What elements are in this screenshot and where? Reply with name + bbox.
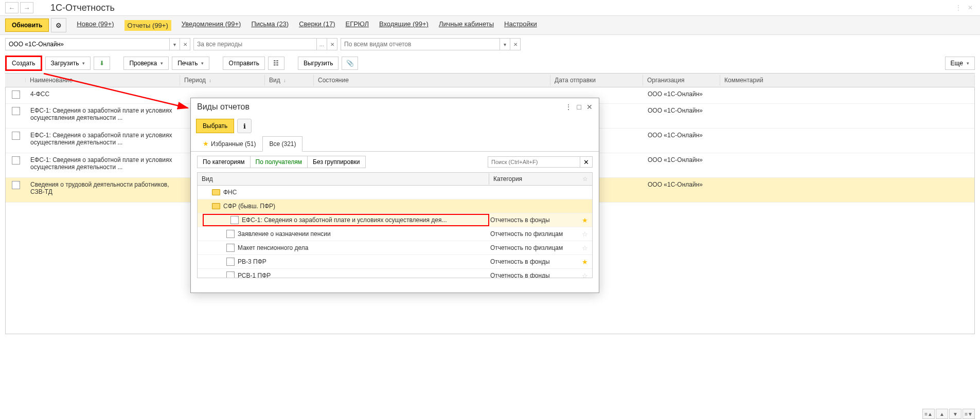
- period-pick-icon[interactable]: …: [317, 38, 327, 50]
- tree-col-type[interactable]: Вид: [198, 173, 489, 185]
- no-grouping[interactable]: Без группировки: [308, 156, 365, 168]
- collapse-icon[interactable]: ⊖: [202, 204, 212, 209]
- period-input[interactable]: [193, 38, 317, 50]
- nav-forward-button[interactable]: →: [20, 2, 33, 13]
- star-icon[interactable]: ☆: [582, 230, 588, 238]
- cell-name: ЕФС-1: Сведения о заработной плате и усл…: [26, 107, 181, 121]
- group-by-category[interactable]: По категориям: [197, 156, 251, 168]
- scroll-up-icon[interactable]: ▲: [936, 409, 948, 419]
- scroll-bottom-icon[interactable]: ≡▼: [963, 409, 975, 419]
- dialog-header: Виды отчетов ⋮ □ ✕: [191, 98, 599, 116]
- load-button[interactable]: Загрузить: [45, 57, 91, 70]
- org-dropdown-icon[interactable]: ▾: [170, 38, 180, 50]
- tree-label: РСВ-1 ПФР: [238, 272, 490, 278]
- maximize-icon[interactable]: □: [577, 103, 581, 111]
- group-by-recipient[interactable]: По получателям: [251, 156, 308, 168]
- col-org[interactable]: Организация: [643, 75, 720, 86]
- col-state[interactable]: Состояние: [314, 75, 550, 86]
- send-button[interactable]: Отправить: [223, 57, 265, 70]
- search-clear-icon[interactable]: ✕: [580, 156, 593, 168]
- scroll-top-icon[interactable]: ≡▲: [922, 409, 935, 419]
- print-button[interactable]: Печать: [172, 57, 209, 70]
- tab-egrul[interactable]: ЕГРЮЛ: [345, 20, 368, 31]
- export-button[interactable]: Выгрузить: [298, 57, 339, 70]
- period-clear-icon[interactable]: ✕: [327, 38, 337, 50]
- cell-org: ООО «1С-Онлайн»: [644, 132, 721, 139]
- type-input[interactable]: [341, 38, 500, 50]
- import-icon[interactable]: ⬇: [94, 57, 110, 70]
- refresh-button[interactable]: Обновить: [5, 19, 49, 32]
- tab-settings[interactable]: Настройки: [504, 20, 537, 31]
- list-icon[interactable]: ☷: [268, 57, 284, 70]
- folder-icon: [212, 189, 220, 195]
- sort-icon: ↓: [283, 78, 286, 83]
- tab-letters[interactable]: Письма (23): [251, 20, 289, 31]
- tree-category: Отчетность в фонды: [490, 216, 550, 224]
- tree-folder[interactable]: ⊖ СФР (бывш. ПФР): [198, 199, 592, 213]
- cell-org: ООО «1С-Онлайн»: [644, 181, 721, 188]
- document-icon: [12, 107, 20, 115]
- nav-back-button[interactable]: ←: [5, 2, 19, 13]
- close-icon[interactable]: ✕: [966, 3, 975, 12]
- tree-item[interactable]: РСВ-1 ПФР Отчетность в фонды☆: [198, 269, 592, 278]
- col-type[interactable]: Вид↓: [265, 75, 314, 86]
- tab-new[interactable]: Новое (99+): [77, 20, 114, 31]
- actions-toolbar: Создать Загрузить ⬇ Проверка Печать Отпр…: [0, 53, 980, 73]
- star-icon[interactable]: ☆: [582, 244, 588, 252]
- col-period[interactable]: Период↓: [180, 75, 265, 86]
- col-name[interactable]: Наименование: [26, 75, 180, 86]
- type-dropdown-icon[interactable]: ▾: [500, 38, 510, 50]
- search-input[interactable]: [488, 156, 580, 168]
- star-icon[interactable]: ☆: [582, 272, 588, 279]
- create-button[interactable]: Создать: [5, 56, 42, 71]
- dialog-title: Виды отчетов: [197, 102, 250, 112]
- sort-icon: ↓: [209, 78, 211, 83]
- type-clear-icon[interactable]: ✕: [510, 38, 521, 50]
- tree-folder[interactable]: ⊕ ФНС: [198, 186, 592, 199]
- tab-notifications[interactable]: Уведомления (99+): [182, 20, 241, 31]
- tree-item[interactable]: Макет пенсионного дела Отчетность по физ…: [198, 241, 592, 255]
- tab-all[interactable]: Все (321): [262, 136, 302, 152]
- more-button[interactable]: Еще: [945, 57, 975, 70]
- kebab-icon[interactable]: ⋮: [954, 3, 963, 12]
- close-icon[interactable]: ✕: [586, 103, 593, 111]
- tab-incoming[interactable]: Входящие (99+): [379, 20, 429, 31]
- cell-name: Сведения о трудовой деятельности работни…: [26, 181, 181, 195]
- folder-icon: [212, 203, 220, 209]
- kebab-icon[interactable]: ⋮: [565, 103, 572, 111]
- filter-bar: ▾ ✕ … ✕ ▾ ✕: [0, 35, 980, 53]
- select-button[interactable]: Выбрать: [196, 119, 234, 133]
- expand-icon[interactable]: ⊕: [202, 190, 212, 195]
- grid-header: Наименование Период↓ Вид↓ Состояние Дата…: [5, 73, 975, 87]
- document-icon: [226, 244, 235, 252]
- tree-item[interactable]: РВ-3 ПФР Отчетность в фонды★: [198, 255, 592, 269]
- tab-checks[interactable]: Сверки (17): [299, 20, 335, 31]
- org-input[interactable]: [5, 38, 170, 50]
- tab-cabinets[interactable]: Личные кабинеты: [439, 20, 494, 31]
- search-box: ✕: [488, 156, 593, 168]
- document-icon: [12, 181, 20, 189]
- check-button[interactable]: Проверка: [123, 57, 169, 70]
- org-clear-icon[interactable]: ✕: [180, 38, 190, 50]
- tree-label: Заявление о назначении пенсии: [238, 230, 490, 238]
- tab-favorites[interactable]: ★Избранные (51): [196, 136, 262, 151]
- star-icon[interactable]: ★: [582, 216, 588, 224]
- info-icon[interactable]: ℹ: [237, 119, 252, 133]
- period-filter: … ✕: [193, 38, 337, 50]
- star-icon[interactable]: ★: [582, 258, 588, 266]
- col-sent[interactable]: Дата отправки: [550, 75, 643, 86]
- star-icon: ★: [203, 140, 209, 148]
- attach-icon[interactable]: 📎: [342, 57, 358, 70]
- tree-item[interactable]: Заявление о назначении пенсии Отчетность…: [198, 227, 592, 241]
- dialog-toolbar: Выбрать ℹ: [191, 116, 599, 136]
- tab-reports[interactable]: Отчеты (99+): [124, 20, 171, 31]
- star-icon: ☆: [582, 175, 588, 183]
- tree-col-category[interactable]: Категория☆: [489, 173, 592, 185]
- document-icon: [12, 132, 20, 140]
- document-icon: [230, 216, 239, 224]
- tree-category: Отчетность в фонды: [490, 272, 550, 278]
- tree-item[interactable]: ЕФС-1: Сведения о заработной плате и усл…: [198, 213, 592, 227]
- col-comment[interactable]: Комментарий: [720, 75, 975, 86]
- gear-icon[interactable]: ⚙: [51, 18, 66, 32]
- scroll-down-icon[interactable]: ▼: [949, 409, 961, 419]
